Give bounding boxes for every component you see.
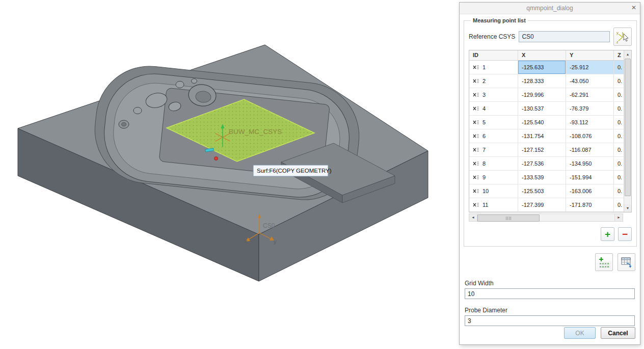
vertical-scroll-thumb[interactable]	[625, 59, 631, 196]
3d-viewport[interactable]: BUW_MC_CSYS CS0 x y Surf:F6(COPY GEOMETR…	[0, 0, 459, 349]
row-z-cell[interactable]: 0.	[614, 157, 624, 170]
device-button-inner	[122, 123, 126, 126]
close-icon[interactable]: ✕	[631, 4, 636, 11]
grid-points-button[interactable]	[595, 253, 613, 271]
row-y-cell[interactable]: -25.912	[566, 61, 614, 74]
surface-tooltip: Surf:F6(COPY GEOMETRY)	[253, 165, 332, 176]
device-button[interactable]	[192, 79, 197, 84]
select-csys-button[interactable]: y z	[613, 28, 632, 46]
device-button[interactable]	[176, 82, 184, 88]
row-y-cell[interactable]: -163.006	[566, 184, 614, 198]
table-row[interactable]: 2-128.333-43.0500.	[469, 74, 624, 88]
point-marker[interactable]	[214, 157, 218, 160]
row-z-cell[interactable]: 0.	[614, 184, 624, 198]
svg-text:y: y	[616, 31, 619, 35]
row-z-cell[interactable]: 0.	[614, 198, 624, 211]
row-x-cell[interactable]: -130.537	[518, 102, 566, 115]
table-row[interactable]: 10-125.503-163.0060.	[469, 184, 624, 198]
group-title: Measuring point list	[471, 17, 528, 23]
row-y-cell[interactable]: -151.994	[566, 171, 614, 184]
table-row[interactable]: 1-125.633-25.9120.	[469, 61, 624, 74]
table-row[interactable]: 9-133.539-151.9940.	[469, 171, 624, 184]
cancel-button[interactable]: Cancel	[601, 327, 635, 339]
cad-model[interactable]: BUW_MC_CSYS CS0 x y Surf:F6(COPY GEOMETR…	[18, 45, 428, 281]
row-z-cell[interactable]: 0.	[614, 143, 624, 156]
dialog-titlebar[interactable]: qmmpoint_dialog ✕	[460, 3, 640, 14]
row-x-cell[interactable]: -128.333	[518, 74, 566, 88]
reference-csys-input[interactable]	[519, 31, 610, 42]
row-x-cell[interactable]: -129.996	[518, 88, 566, 101]
vertical-scrollbar[interactable]: ▲ ▼	[624, 50, 631, 212]
row-id-cell[interactable]: 11	[469, 198, 518, 211]
table-row[interactable]: 6-131.754-108.0760.	[469, 129, 624, 143]
row-id-cell[interactable]: 4	[469, 102, 518, 115]
row-y-cell[interactable]: -116.087	[566, 143, 614, 156]
row-y-cell[interactable]: -76.379	[566, 102, 614, 115]
row-id-cell[interactable]: 9	[469, 171, 518, 184]
row-z-cell[interactable]: 0.	[614, 102, 624, 115]
dialog-title: qmmpoint_dialog	[526, 5, 573, 12]
application-window: BUW_MC_CSYS CS0 x y Surf:F6(COPY GEOMETR…	[0, 0, 644, 349]
origin-label: CS0	[263, 222, 275, 229]
remove-point-button[interactable]: −	[618, 227, 632, 241]
probe-diameter-input[interactable]	[465, 315, 635, 326]
column-header-id: ID	[469, 50, 518, 60]
grid-width-input[interactable]	[465, 288, 635, 299]
row-id-cell[interactable]: 8	[469, 157, 518, 170]
row-id-cell[interactable]: 10	[469, 184, 518, 198]
table-row[interactable]: 5-125.540-93.1120.	[469, 116, 624, 129]
row-z-cell[interactable]: 0.	[614, 61, 624, 74]
ok-button[interactable]: OK	[564, 327, 596, 339]
row-x-cell[interactable]: -127.399	[518, 198, 566, 211]
row-id-cell[interactable]: 3	[469, 88, 518, 101]
row-x-cell[interactable]: -125.540	[518, 116, 566, 129]
row-y-cell[interactable]: -108.076	[566, 129, 614, 143]
horizontal-scrollbar[interactable]: ◄ ►	[469, 213, 623, 222]
row-y-cell[interactable]: -171.870	[566, 198, 614, 211]
row-x-cell[interactable]: -127.536	[518, 157, 566, 170]
scroll-left-icon[interactable]: ◄	[469, 214, 477, 221]
row-x-cell[interactable]: -125.503	[518, 184, 566, 198]
surface-tooltip-text: Surf:F6(COPY GEOMETRY)	[257, 168, 332, 174]
row-z-cell[interactable]: 0.	[614, 88, 624, 101]
column-header-x: X	[518, 50, 566, 60]
row-id-cell[interactable]: 7	[469, 143, 518, 156]
row-id-cell[interactable]: 6	[469, 129, 518, 143]
row-x-cell[interactable]: -125.633	[518, 61, 566, 74]
point-icon	[473, 133, 479, 140]
row-z-cell[interactable]: 0.	[614, 74, 624, 88]
point-icon	[473, 119, 479, 126]
row-x-cell[interactable]: -127.152	[518, 143, 566, 156]
svg-text:z: z	[616, 40, 619, 43]
row-id-cell[interactable]: 2	[469, 74, 518, 88]
row-x-cell[interactable]: -133.539	[518, 171, 566, 184]
reference-csys-label: Reference CSYS	[469, 33, 515, 40]
point-icon	[473, 188, 479, 195]
row-z-cell[interactable]: 0.	[614, 171, 624, 184]
row-y-cell[interactable]: -62.291	[566, 88, 614, 101]
point-icon	[473, 202, 479, 208]
row-y-cell[interactable]: -93.112	[566, 116, 614, 129]
add-point-button[interactable]: +	[601, 227, 614, 241]
table-row[interactable]: 3-129.996-62.2910.	[469, 88, 624, 102]
table-row[interactable]: 11-127.399-171.8700.	[469, 198, 624, 212]
scroll-up-icon[interactable]: ▲	[624, 50, 631, 58]
row-z-cell[interactable]: 0.	[614, 129, 624, 143]
row-y-cell[interactable]: -134.950	[566, 157, 614, 170]
scroll-down-icon[interactable]: ▼	[624, 204, 631, 212]
row-z-cell[interactable]: 0.	[614, 116, 624, 129]
table-row[interactable]: 8-127.536-134.9500.	[469, 157, 624, 171]
row-y-cell[interactable]: -43.050	[566, 74, 614, 88]
axis-y-label: y	[274, 238, 277, 245]
row-id-cell[interactable]: 1	[469, 61, 518, 74]
horizontal-scroll-thumb[interactable]	[477, 214, 540, 222]
table-row[interactable]: 7-127.152-116.0870.	[469, 143, 624, 157]
device-button[interactable]	[133, 108, 142, 114]
scroll-right-icon[interactable]: ►	[614, 214, 623, 221]
row-x-cell[interactable]: -131.754	[518, 129, 566, 143]
column-header-z: Z	[614, 50, 624, 60]
point-table-body: 1-125.633-25.9120.2-128.333-43.0500.3-12…	[469, 61, 624, 212]
table-transfer-button[interactable]	[618, 253, 635, 271]
row-id-cell[interactable]: 5	[469, 116, 518, 129]
table-row[interactable]: 4-130.537-76.3790.	[469, 102, 624, 116]
